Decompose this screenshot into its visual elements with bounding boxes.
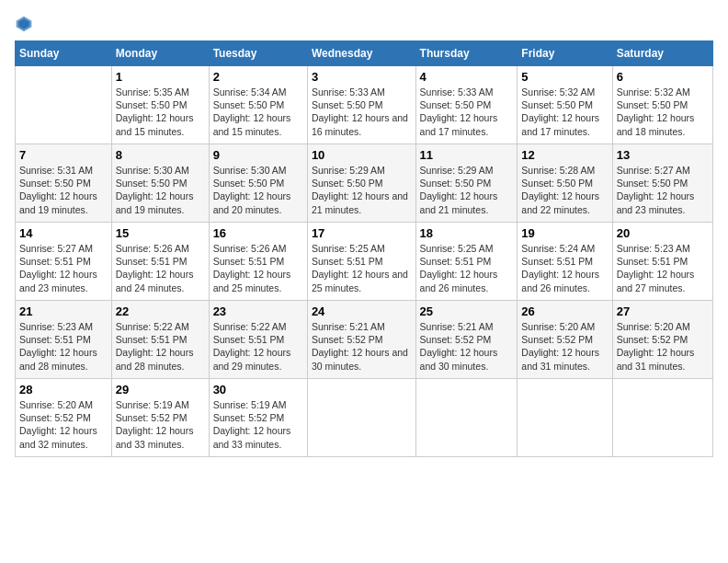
calendar-day-cell: 17Sunrise: 5:25 AMSunset: 5:51 PMDayligh…	[307, 223, 415, 301]
calendar-day-cell: 14Sunrise: 5:27 AMSunset: 5:51 PMDayligh…	[16, 223, 112, 301]
day-number: 7	[19, 148, 108, 162]
day-number: 11	[420, 148, 514, 162]
day-number: 24	[312, 304, 412, 318]
page-header	[15, 15, 713, 33]
calendar-day-cell	[518, 379, 612, 457]
calendar-table: SundayMondayTuesdayWednesdayThursdayFrid…	[15, 40, 713, 457]
calendar-header: SundayMondayTuesdayWednesdayThursdayFrid…	[16, 41, 713, 66]
weekday-header: Monday	[111, 41, 209, 66]
day-number: 20	[617, 226, 709, 240]
day-info: Sunrise: 5:21 AMSunset: 5:52 PMDaylight:…	[420, 320, 514, 373]
day-info: Sunrise: 5:22 AMSunset: 5:51 PMDaylight:…	[213, 320, 303, 373]
day-number: 15	[116, 226, 205, 240]
weekday-header: Friday	[518, 41, 612, 66]
day-info: Sunrise: 5:25 AMSunset: 5:51 PMDaylight:…	[420, 242, 514, 294]
day-info: Sunrise: 5:29 AMSunset: 5:50 PMDaylight:…	[312, 164, 412, 216]
calendar-day-cell: 8Sunrise: 5:30 AMSunset: 5:50 PMDaylight…	[111, 144, 209, 223]
day-info: Sunrise: 5:32 AMSunset: 5:50 PMDaylight:…	[617, 86, 709, 138]
day-info: Sunrise: 5:23 AMSunset: 5:51 PMDaylight:…	[19, 320, 108, 373]
calendar-day-cell: 29Sunrise: 5:19 AMSunset: 5:52 PMDayligh…	[111, 379, 209, 457]
day-info: Sunrise: 5:25 AMSunset: 5:51 PMDaylight:…	[312, 242, 412, 294]
calendar-day-cell: 4Sunrise: 5:33 AMSunset: 5:50 PMDaylight…	[415, 66, 518, 144]
day-number: 28	[19, 383, 108, 396]
weekday-row: SundayMondayTuesdayWednesdayThursdayFrid…	[16, 41, 713, 66]
day-info: Sunrise: 5:22 AMSunset: 5:51 PMDaylight:…	[116, 320, 205, 373]
calendar-day-cell: 9Sunrise: 5:30 AMSunset: 5:50 PMDaylight…	[209, 144, 307, 223]
calendar-day-cell: 23Sunrise: 5:22 AMSunset: 5:51 PMDayligh…	[209, 301, 307, 379]
calendar-day-cell: 30Sunrise: 5:19 AMSunset: 5:52 PMDayligh…	[209, 379, 307, 457]
day-number: 22	[116, 304, 205, 318]
calendar-day-cell: 2Sunrise: 5:34 AMSunset: 5:50 PMDaylight…	[209, 66, 307, 144]
day-number: 23	[213, 304, 303, 318]
day-info: Sunrise: 5:33 AMSunset: 5:50 PMDaylight:…	[420, 86, 514, 138]
day-number: 4	[420, 70, 514, 84]
day-info: Sunrise: 5:24 AMSunset: 5:51 PMDaylight:…	[521, 242, 608, 294]
calendar-body: 1Sunrise: 5:35 AMSunset: 5:50 PMDaylight…	[16, 66, 713, 457]
calendar-day-cell: 12Sunrise: 5:28 AMSunset: 5:50 PMDayligh…	[518, 144, 612, 223]
day-info: Sunrise: 5:34 AMSunset: 5:50 PMDaylight:…	[213, 86, 303, 138]
calendar-day-cell: 11Sunrise: 5:29 AMSunset: 5:50 PMDayligh…	[415, 144, 518, 223]
calendar-week-row: 14Sunrise: 5:27 AMSunset: 5:51 PMDayligh…	[16, 223, 713, 301]
day-number: 21	[19, 304, 108, 318]
day-info: Sunrise: 5:28 AMSunset: 5:50 PMDaylight:…	[521, 164, 608, 216]
calendar-week-row: 21Sunrise: 5:23 AMSunset: 5:51 PMDayligh…	[16, 301, 713, 379]
day-number: 9	[213, 148, 303, 162]
calendar-day-cell: 7Sunrise: 5:31 AMSunset: 5:50 PMDaylight…	[16, 144, 112, 223]
day-number: 3	[312, 70, 412, 84]
day-number: 26	[521, 304, 608, 318]
calendar-day-cell: 6Sunrise: 5:32 AMSunset: 5:50 PMDaylight…	[612, 66, 712, 144]
day-number: 10	[312, 148, 412, 162]
calendar-day-cell	[307, 379, 415, 457]
day-number: 30	[213, 383, 303, 396]
day-number: 27	[617, 304, 709, 318]
day-number: 1	[116, 70, 205, 84]
calendar-day-cell: 13Sunrise: 5:27 AMSunset: 5:50 PMDayligh…	[612, 144, 712, 223]
calendar-day-cell: 22Sunrise: 5:22 AMSunset: 5:51 PMDayligh…	[111, 301, 209, 379]
day-info: Sunrise: 5:33 AMSunset: 5:50 PMDaylight:…	[312, 86, 412, 138]
day-info: Sunrise: 5:29 AMSunset: 5:50 PMDaylight:…	[420, 164, 514, 216]
day-info: Sunrise: 5:26 AMSunset: 5:51 PMDaylight:…	[116, 242, 205, 294]
day-info: Sunrise: 5:23 AMSunset: 5:51 PMDaylight:…	[617, 242, 709, 294]
calendar-day-cell: 3Sunrise: 5:33 AMSunset: 5:50 PMDaylight…	[307, 66, 415, 144]
logo	[15, 15, 37, 33]
calendar-day-cell	[415, 379, 518, 457]
calendar-day-cell: 24Sunrise: 5:21 AMSunset: 5:52 PMDayligh…	[307, 301, 415, 379]
calendar-day-cell: 16Sunrise: 5:26 AMSunset: 5:51 PMDayligh…	[209, 223, 307, 301]
weekday-header: Sunday	[16, 41, 112, 66]
weekday-header: Thursday	[415, 41, 518, 66]
day-number: 25	[420, 304, 514, 318]
calendar-day-cell: 15Sunrise: 5:26 AMSunset: 5:51 PMDayligh…	[111, 223, 209, 301]
day-info: Sunrise: 5:27 AMSunset: 5:51 PMDaylight:…	[19, 242, 108, 294]
day-number: 17	[312, 226, 412, 240]
day-number: 2	[213, 70, 303, 84]
calendar-week-row: 7Sunrise: 5:31 AMSunset: 5:50 PMDaylight…	[16, 144, 713, 223]
calendar-day-cell: 26Sunrise: 5:20 AMSunset: 5:52 PMDayligh…	[518, 301, 612, 379]
day-info: Sunrise: 5:20 AMSunset: 5:52 PMDaylight:…	[617, 320, 709, 373]
day-info: Sunrise: 5:20 AMSunset: 5:52 PMDaylight:…	[19, 398, 108, 451]
day-info: Sunrise: 5:30 AMSunset: 5:50 PMDaylight:…	[116, 164, 205, 216]
calendar-day-cell: 21Sunrise: 5:23 AMSunset: 5:51 PMDayligh…	[16, 301, 112, 379]
calendar-day-cell	[16, 66, 112, 144]
day-info: Sunrise: 5:20 AMSunset: 5:52 PMDaylight:…	[521, 320, 608, 373]
day-info: Sunrise: 5:30 AMSunset: 5:50 PMDaylight:…	[213, 164, 303, 216]
calendar-week-row: 1Sunrise: 5:35 AMSunset: 5:50 PMDaylight…	[16, 66, 713, 144]
calendar-day-cell: 20Sunrise: 5:23 AMSunset: 5:51 PMDayligh…	[612, 223, 712, 301]
weekday-header: Wednesday	[307, 41, 415, 66]
calendar-day-cell: 18Sunrise: 5:25 AMSunset: 5:51 PMDayligh…	[415, 223, 518, 301]
calendar-day-cell	[612, 379, 712, 457]
day-number: 6	[617, 70, 709, 84]
day-number: 13	[617, 148, 709, 162]
logo-icon	[15, 15, 33, 33]
weekday-header: Tuesday	[209, 41, 307, 66]
calendar-week-row: 28Sunrise: 5:20 AMSunset: 5:52 PMDayligh…	[16, 379, 713, 457]
day-number: 5	[521, 70, 608, 84]
day-info: Sunrise: 5:21 AMSunset: 5:52 PMDaylight:…	[312, 320, 412, 373]
day-number: 18	[420, 226, 514, 240]
day-number: 12	[521, 148, 608, 162]
calendar-day-cell: 25Sunrise: 5:21 AMSunset: 5:52 PMDayligh…	[415, 301, 518, 379]
day-number: 16	[213, 226, 303, 240]
calendar-day-cell: 1Sunrise: 5:35 AMSunset: 5:50 PMDaylight…	[111, 66, 209, 144]
calendar-day-cell: 19Sunrise: 5:24 AMSunset: 5:51 PMDayligh…	[518, 223, 612, 301]
weekday-header: Saturday	[612, 41, 712, 66]
day-number: 8	[116, 148, 205, 162]
